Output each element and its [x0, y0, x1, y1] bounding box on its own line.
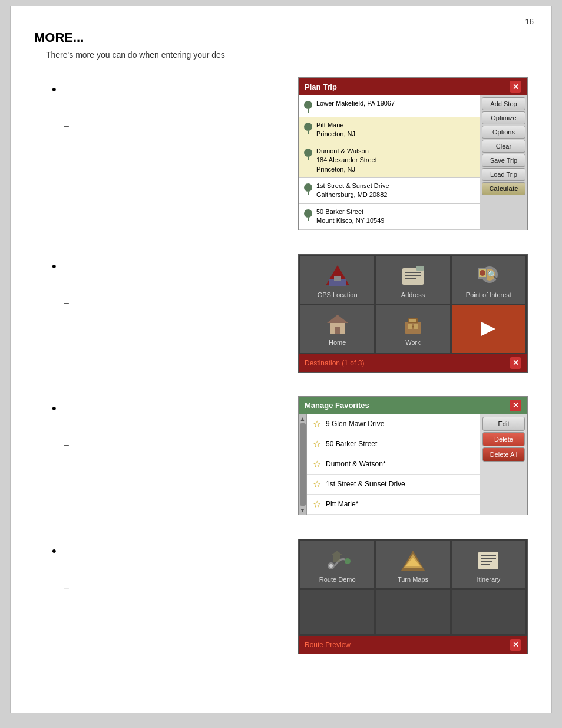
poi-label: Point of Interest: [466, 291, 511, 298]
svg-rect-7: [334, 276, 341, 281]
fav-item[interactable]: ☆ 1st Street & Sunset Drive: [307, 475, 480, 495]
edit-button[interactable]: Edit: [482, 417, 525, 431]
star-icon: ☆: [313, 499, 321, 510]
svg-rect-8: [402, 268, 424, 285]
route-top-row: Route Demo Turn Maps: [299, 539, 527, 590]
save-trip-button[interactable]: Save Trip: [482, 154, 525, 167]
bullet-4: •: [52, 545, 57, 558]
svg-rect-35: [478, 552, 498, 569]
star-icon: ☆: [313, 479, 321, 490]
route-preview-ui: Route Demo Turn Maps: [298, 539, 528, 654]
svg-point-4: [304, 209, 312, 218]
fav-item[interactable]: ☆ 9 Glen Mawr Drive: [307, 414, 480, 434]
section-subtitle: There's more you can do when entering yo…: [46, 50, 528, 60]
favorites-close-button[interactable]: ✕: [510, 400, 521, 411]
dash-1: –: [64, 121, 69, 131]
svg-rect-24: [409, 319, 416, 322]
dest-grid-row1: GPS Location Address: [299, 255, 527, 305]
favorites-ui: Manage Favorites ✕ ▲ ▼ ☆ 9 Glen: [298, 396, 528, 515]
fav-item-text: 1st Street & Sunset Drive: [326, 480, 405, 488]
trip-item-text: 1st Street & Sunset DriveGaithersburg, M…: [316, 182, 389, 200]
destination-close-button[interactable]: ✕: [510, 357, 521, 369]
dash-2: –: [64, 298, 69, 308]
dest-cell-gps[interactable]: GPS Location: [300, 256, 374, 304]
route-cell-turn-maps[interactable]: Turn Maps: [376, 541, 449, 588]
left-col-1: • –: [34, 77, 229, 131]
trip-item[interactable]: Dumont & Watson184 Alexander StreetPrinc…: [299, 143, 480, 178]
clear-button[interactable]: Clear: [482, 140, 525, 153]
delete-all-button[interactable]: Delete All: [482, 447, 525, 462]
turn-maps-label: Turn Maps: [398, 576, 428, 583]
svg-point-30: [329, 564, 333, 568]
optimize-button[interactable]: Optimize: [482, 111, 525, 124]
poi-icon: 🔍: [474, 264, 503, 288]
scrollbar[interactable]: ▲ ▼: [299, 414, 307, 515]
bullet-3: •: [52, 402, 57, 415]
row-route-preview: • –: [34, 539, 528, 654]
destination-ui: GPS Location Address: [298, 254, 528, 373]
favorites-body: ▲ ▼ ☆ 9 Glen Mawr Drive ☆ 50 Barker: [299, 414, 527, 515]
svg-point-18: [480, 270, 485, 276]
left-col-4: • –: [34, 539, 229, 593]
svg-marker-19: [327, 315, 348, 323]
trip-item[interactable]: Lower Makefield, PA 19067: [299, 95, 480, 117]
dest-cell-home[interactable]: Home: [300, 305, 374, 353]
row-destination: • – GPS Location: [34, 254, 528, 373]
pin-icon: [303, 209, 313, 222]
home-label: Home: [329, 339, 346, 346]
trip-item-text: Lower Makefield, PA 19067: [316, 99, 395, 108]
svg-rect-9: [405, 272, 421, 273]
route-cell-demo[interactable]: Route Demo: [300, 541, 374, 588]
fav-item[interactable]: ☆ Dumont & Watson*: [307, 454, 480, 475]
route-empty-cell-2: [376, 590, 449, 634]
options-button[interactable]: Options: [482, 126, 525, 139]
svg-rect-26: [414, 324, 418, 329]
left-col-2: • –: [34, 254, 229, 308]
star-icon: ☆: [313, 459, 321, 470]
work-icon: [399, 312, 427, 335]
favorites-sidebar: Edit Delete Delete All: [480, 414, 527, 515]
trip-item[interactable]: Pitt MariePrinceton, NJ: [299, 117, 480, 143]
turn-maps-icon: [399, 549, 427, 572]
plan-trip-title: Plan Trip: [305, 83, 337, 91]
fav-item[interactable]: ☆ 50 Barker Street: [307, 434, 480, 454]
dest-cell-poi[interactable]: 🔍 Point of Interest: [452, 256, 525, 304]
row-plan-trip: • – Plan Trip ✕ Lower Makefield, PA 1906…: [34, 77, 528, 230]
scroll-up-arrow[interactable]: ▲: [300, 416, 306, 422]
trip-item[interactable]: 1st Street & Sunset DriveGaithersburg, M…: [299, 178, 480, 204]
work-label: Work: [405, 339, 420, 346]
next-arrow-icon: [477, 317, 500, 341]
plan-trip-close-button[interactable]: ✕: [510, 81, 521, 93]
star-icon: ☆: [313, 439, 321, 450]
svg-rect-10: [405, 275, 421, 276]
svg-point-31: [345, 558, 351, 564]
fav-item[interactable]: ☆ Pitt Marie*: [307, 495, 480, 515]
dest-cell-arrow[interactable]: [452, 305, 525, 353]
dest-grid-row2: Home Wor: [299, 305, 527, 354]
dest-cell-address[interactable]: Address: [376, 256, 449, 304]
svg-rect-38: [481, 561, 492, 562]
left-col-3: • –: [34, 396, 229, 450]
fav-item-text: Dumont & Watson*: [326, 460, 386, 468]
dest-cell-work[interactable]: Work: [376, 305, 449, 353]
pin-icon: [303, 148, 313, 161]
trip-item-text: Dumont & Watson184 Alexander StreetPrinc…: [316, 147, 377, 174]
right-col-1: Plan Trip ✕ Lower Makefield, PA 19067 Pi…: [229, 77, 528, 230]
plan-trip-body: Lower Makefield, PA 19067 Pitt MariePrin…: [299, 95, 527, 230]
svg-rect-25: [408, 324, 412, 329]
calculate-button[interactable]: Calculate: [482, 182, 525, 195]
favorites-list-area: ▲ ▼ ☆ 9 Glen Mawr Drive ☆ 50 Barker: [299, 414, 480, 515]
right-col-3: Manage Favorites ✕ ▲ ▼ ☆ 9 Glen: [229, 396, 528, 515]
route-preview-close-button[interactable]: ✕: [510, 639, 521, 651]
route-empty-cell-1: [300, 590, 374, 634]
scroll-down-arrow[interactable]: ▼: [300, 507, 306, 513]
add-stop-button[interactable]: Add Stop: [482, 97, 525, 110]
route-preview-label: Route Preview: [305, 641, 351, 649]
delete-button[interactable]: Delete: [482, 432, 525, 446]
address-icon: [399, 264, 427, 288]
page-container: 16 MORE... There's more you can do when …: [10, 6, 552, 713]
load-trip-button[interactable]: Load Trip: [482, 168, 525, 181]
route-cell-itinerary[interactable]: Itinerary: [452, 541, 525, 588]
trip-item[interactable]: 50 Barker StreetMount Kisco, NY 10549: [299, 204, 480, 230]
fav-item-text: Pitt Marie*: [326, 500, 358, 508]
